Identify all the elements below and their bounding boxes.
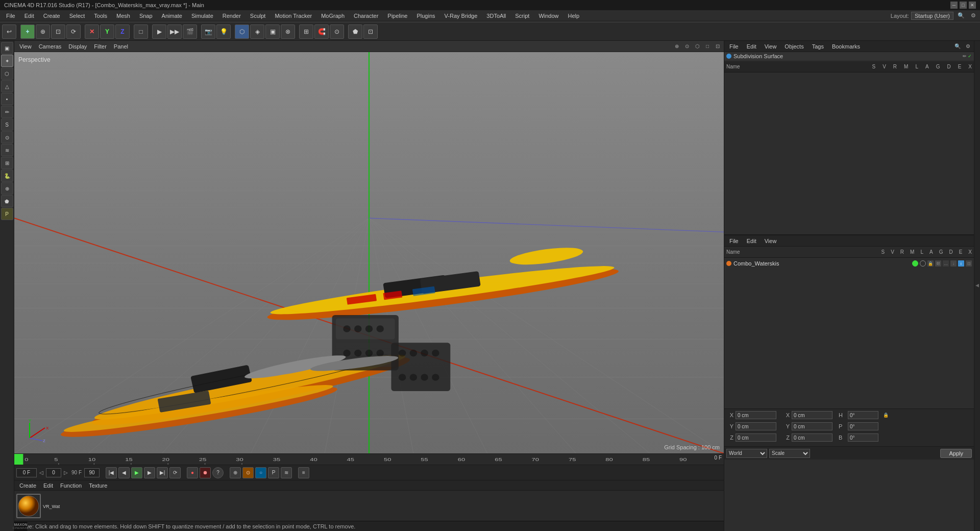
toggle-info[interactable]: i	[958, 260, 964, 267]
coord-system-select[interactable]: World Object Local	[726, 449, 767, 458]
bg-btn[interactable]: ▣	[265, 25, 280, 39]
obj-menu-edit[interactable]: Edit	[744, 43, 760, 50]
vp-icon-box[interactable]: □	[703, 42, 712, 51]
vp-icon-circle[interactable]: ⊙	[683, 42, 691, 51]
search-icon[interactable]: 🔍	[955, 12, 967, 19]
play-button[interactable]: ▶	[131, 467, 142, 478]
axis-x[interactable]: ✕	[85, 25, 99, 39]
menu-motion-tracker[interactable]: Motion Tracker	[271, 12, 316, 20]
right-collapse-bar[interactable]: ▶	[974, 41, 980, 531]
camera-btn[interactable]: 📷	[201, 25, 215, 39]
menu-script[interactable]: Script	[511, 12, 533, 20]
coord-z-pos[interactable]	[736, 433, 776, 442]
tool-spline[interactable]: S	[1, 118, 13, 131]
light-btn[interactable]: 💡	[216, 25, 231, 39]
menu-plugins[interactable]: Plugins	[412, 12, 439, 20]
obj-menu-tags[interactable]: Tags	[809, 43, 827, 50]
menu-animate[interactable]: Animate	[158, 12, 186, 20]
obj-gear-icon[interactable]: ⚙	[964, 42, 972, 51]
tool-plus[interactable]: ⊕	[1, 182, 13, 195]
menu-file[interactable]: File	[2, 12, 19, 20]
tool-python[interactable]: P	[1, 208, 13, 220]
render-view[interactable]: ▶▶	[167, 25, 182, 39]
prev-frame-button[interactable]: ◀	[118, 467, 130, 478]
mat-menu-function[interactable]: Function	[57, 482, 85, 489]
workplane-btn[interactable]: ⬟	[348, 25, 362, 39]
timeline[interactable]: 0 5 10 15 20 25 30 35 40 45 50 55 60 65 …	[14, 453, 724, 465]
key-pos-button[interactable]: ⊕	[230, 467, 241, 478]
record-button[interactable]: ●	[187, 467, 198, 478]
key-rot-button[interactable]: ⊙	[242, 467, 254, 478]
menu-render[interactable]: Render	[218, 12, 245, 20]
move-tool[interactable]: ⊕	[36, 25, 50, 39]
next-frame-button[interactable]: ▶	[144, 467, 155, 478]
floor-btn[interactable]: ⬡	[235, 25, 249, 39]
vp-menu-cameras[interactable]: Cameras	[36, 43, 65, 50]
material-thumb-vrwat[interactable]	[16, 494, 41, 518]
snap2-btn[interactable]: ⊙	[330, 25, 344, 39]
toggle-lock[interactable]: 🔒	[927, 260, 934, 267]
goto-start-button[interactable]: |◀	[106, 467, 117, 478]
coord-b[interactable]	[848, 433, 878, 442]
menu-snap[interactable]: Snap	[135, 12, 157, 20]
coord-z-size[interactable]	[792, 433, 832, 442]
vp-icon-hex[interactable]: ⬡	[693, 42, 701, 51]
tool-move[interactable]: ✦	[1, 55, 13, 67]
axis-y[interactable]: Y	[100, 25, 114, 39]
help-button[interactable]: ?	[212, 467, 224, 478]
key-scale-button[interactable]: ○	[255, 467, 266, 478]
toggle-s[interactable]	[912, 260, 918, 267]
coord-y-pos[interactable]	[736, 422, 776, 430]
key-pts-button[interactable]: ≋	[281, 467, 292, 478]
menu-tools[interactable]: Tools	[90, 12, 111, 20]
menu-create[interactable]: Create	[39, 12, 64, 20]
menu-sculpt[interactable]: Sculpt	[246, 12, 270, 20]
obj-search-icon[interactable]: 🔍	[953, 42, 962, 51]
tool-point[interactable]: •	[1, 93, 13, 105]
object-mode[interactable]: □	[134, 25, 148, 39]
vp-menu-display[interactable]: Display	[65, 43, 90, 50]
obj-menu-view[interactable]: View	[762, 43, 780, 50]
current-frame-input[interactable]	[16, 468, 37, 477]
mat-menu-texture[interactable]: Texture	[86, 482, 110, 489]
vp-menu-view[interactable]: View	[16, 43, 35, 50]
menu-mograph[interactable]: MoGraph	[317, 12, 349, 20]
coord-x-pos[interactable]	[736, 411, 776, 419]
add-button[interactable]: +	[20, 25, 35, 39]
render3-btn[interactable]: ⊡	[363, 25, 378, 39]
menu-mesh[interactable]: Mesh	[112, 12, 134, 20]
tool-snake[interactable]: 🐍	[1, 170, 13, 182]
menu-window[interactable]: Window	[534, 12, 562, 20]
menu-help[interactable]: Help	[564, 12, 584, 20]
apply-button[interactable]: Apply	[940, 449, 972, 458]
scene-menu-edit[interactable]: Edit	[744, 237, 760, 245]
coord-y-size[interactable]	[792, 422, 832, 430]
coord-h[interactable]	[848, 411, 878, 419]
gear-icon[interactable]: ⚙	[969, 12, 978, 19]
vp-menu-panel[interactable]: Panel	[111, 43, 131, 50]
axis-z[interactable]: Z	[115, 25, 130, 39]
viewport-canvas[interactable]: .grid-line { stroke: #888; stroke-width:…	[14, 52, 724, 453]
undo-button[interactable]: ↩	[2, 25, 16, 39]
render-to-picture[interactable]: 🎬	[183, 25, 197, 39]
rotate-tool[interactable]: ⟳	[66, 25, 81, 39]
maximize-button[interactable]: □	[960, 2, 967, 9]
scene-menu-file[interactable]: File	[726, 237, 742, 245]
obj-menu-objects[interactable]: Objects	[781, 43, 806, 50]
start-frame-input[interactable]	[46, 468, 61, 477]
sky-btn[interactable]: ◈	[250, 25, 264, 39]
tool-add2[interactable]: ⊞	[1, 157, 13, 169]
menu-pipeline[interactable]: Pipeline	[383, 12, 411, 20]
menu-vray-bridge[interactable]: V-Ray Bridge	[440, 12, 482, 20]
subd-check-icon[interactable]: ✓	[968, 54, 972, 59]
tool-edge[interactable]: △	[1, 80, 13, 92]
tool-poly[interactable]: ⬡	[1, 67, 13, 80]
scale-tool[interactable]: ⊡	[51, 25, 65, 39]
grid-btn[interactable]: ⊞	[299, 25, 313, 39]
tool-grid2[interactable]: ≋	[1, 144, 13, 156]
env-btn[interactable]: ⊗	[281, 25, 295, 39]
vp-icon-dotbox[interactable]: ⊡	[714, 42, 722, 51]
toggle-arrow[interactable]: ↓	[950, 260, 957, 267]
close-button[interactable]: ✕	[969, 2, 976, 9]
toggle-link[interactable]: ⛓	[935, 260, 941, 267]
